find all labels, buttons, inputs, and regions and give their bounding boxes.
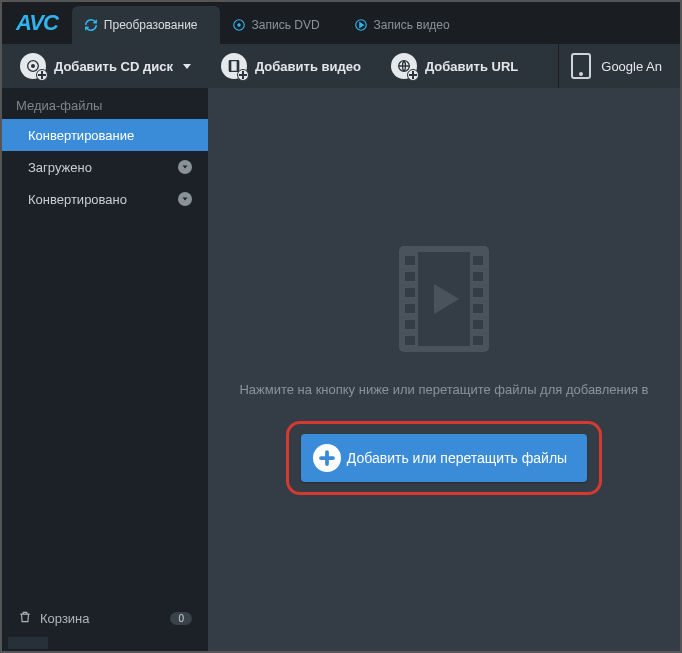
svg-point-1 (237, 24, 239, 26)
sidebar-item-converting[interactable]: Конвертирование (2, 119, 208, 151)
tab-label: Запись DVD (252, 18, 320, 32)
trash-button[interactable]: Корзина 0 (2, 600, 208, 637)
sidebar-item-converted[interactable]: Конвертировано (2, 183, 208, 215)
film-add-icon (221, 53, 247, 79)
svg-rect-13 (405, 272, 415, 281)
sidebar-header: Медиа-файлы (2, 88, 208, 119)
tab-convert[interactable]: Преобразование (72, 6, 220, 44)
toolbar: Добавить CD диск Добавить видео Добавить… (2, 44, 680, 88)
sidebar-item-downloaded[interactable]: Загружено (2, 151, 208, 183)
chevron-down-icon (183, 64, 191, 69)
sidebar-item-label: Конвертировано (28, 192, 127, 207)
add-video-button[interactable]: Добавить видео (209, 47, 373, 85)
svg-point-4 (32, 65, 35, 68)
globe-add-icon (391, 53, 417, 79)
add-url-button[interactable]: Добавить URL (379, 47, 530, 85)
add-files-highlight: Добавить или перетащить файлы (286, 421, 602, 495)
svg-rect-6 (229, 61, 231, 72)
tab-label: Запись видео (374, 18, 450, 32)
button-label: Добавить или перетащить файлы (347, 450, 567, 466)
resize-handle[interactable] (8, 637, 48, 649)
film-placeholder-icon (394, 244, 494, 358)
svg-rect-17 (405, 336, 415, 345)
button-label: Добавить CD диск (54, 59, 173, 74)
trash-count: 0 (170, 612, 192, 625)
device-selector[interactable]: Google An (558, 44, 674, 88)
tab-dvd[interactable]: Запись DVD (220, 6, 342, 44)
sidebar: Медиа-файлы Конвертирование Загружено Ко… (2, 88, 208, 651)
button-label: Добавить видео (255, 59, 361, 74)
svg-rect-18 (473, 256, 483, 265)
svg-rect-16 (405, 320, 415, 329)
disc-add-icon (20, 53, 46, 79)
disc-icon (232, 18, 246, 32)
svg-rect-22 (473, 320, 483, 329)
sidebar-item-label: Конвертирование (28, 128, 134, 143)
device-label: Google An (601, 59, 662, 74)
svg-rect-14 (405, 288, 415, 297)
chevron-down-icon (178, 160, 192, 174)
button-label: Добавить URL (425, 59, 518, 74)
svg-rect-19 (473, 272, 483, 281)
phone-icon (571, 53, 591, 79)
chevron-down-icon (178, 192, 192, 206)
play-circle-icon (354, 18, 368, 32)
tab-bar: AVC Преобразование Запись DVD Запись вид… (2, 2, 680, 44)
tab-label: Преобразование (104, 18, 198, 32)
svg-rect-15 (405, 304, 415, 313)
content-area[interactable]: Нажмите на кнопку ниже или перетащите фа… (208, 88, 680, 651)
plus-icon (313, 444, 341, 472)
svg-rect-12 (405, 256, 415, 265)
add-cd-button[interactable]: Добавить CD диск (8, 47, 203, 85)
trash-icon (18, 610, 32, 627)
tab-record[interactable]: Запись видео (342, 6, 472, 44)
trash-label: Корзина (40, 611, 90, 626)
drop-hint-text: Нажмите на кнопку ниже или перетащите фа… (229, 382, 658, 397)
main-area: Медиа-файлы Конвертирование Загружено Ко… (2, 88, 680, 651)
svg-rect-21 (473, 304, 483, 313)
svg-rect-23 (473, 336, 483, 345)
add-files-button[interactable]: Добавить или перетащить файлы (301, 434, 587, 482)
app-logo: AVC (2, 10, 72, 44)
sidebar-item-label: Загружено (28, 160, 92, 175)
refresh-icon (84, 18, 98, 32)
svg-rect-20 (473, 288, 483, 297)
